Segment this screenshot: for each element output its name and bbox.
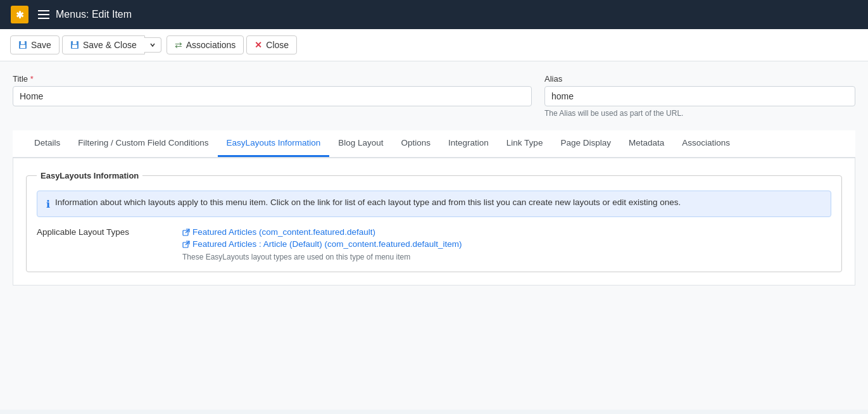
svg-rect-7 [72,45,77,48]
hamburger-icon[interactable] [38,10,49,19]
alias-hint: The Alias will be used as part of the UR… [544,109,855,118]
tab-options[interactable]: Options [393,130,440,157]
toolbar: Save Save & Close ⇄ Associations ✕ Close [0,29,868,61]
close-button[interactable]: ✕ Close [246,35,297,54]
easylayouts-section: EasyLayouts Information ℹ Information ab… [26,171,842,272]
svg-line-11 [186,241,189,245]
layout-link-2[interactable]: Featured Articles : Article (Default) (c… [182,239,462,249]
svg-line-9 [186,229,189,233]
top-bar-title-area: Menus: Edit Item [38,9,132,20]
tab-bloglayout[interactable]: Blog Layout [329,130,392,157]
tab-associations[interactable]: Associations [673,130,739,157]
external-link-icon-1 [182,229,190,236]
save-close-icon [70,41,79,49]
applicable-label: Applicable Layout Types [37,227,176,261]
form-fields-row: Title * Alias The Alias will be used as … [13,74,855,118]
layout-link-1[interactable]: Featured Articles (com_content.featured.… [182,227,462,237]
alias-field-group: Alias The Alias will be used as part of … [544,74,855,118]
layout-links-container: Featured Articles (com_content.featured.… [182,227,462,261]
info-text: Information about which layouts apply to… [55,198,681,207]
chevron-down-icon [149,42,156,48]
svg-rect-6 [73,41,77,44]
tab-metadata[interactable]: Metadata [620,130,673,157]
external-link-icon-2 [182,241,190,248]
close-icon: ✕ [255,40,262,50]
tabs-bar: Details Filtering / Custom Field Conditi… [13,130,855,158]
save-button[interactable]: Save [10,35,60,54]
alias-label: Alias [544,74,855,84]
info-box: ℹ Information about which layouts apply … [37,191,831,217]
save-dropdown-button[interactable] [144,37,161,53]
svg-rect-3 [21,41,25,44]
layout-types-row: Applicable Layout Types Featured Article… [37,227,831,261]
associations-icon: ⇄ [175,40,182,50]
info-icon: ℹ [46,198,50,210]
svg-text:✱: ✱ [16,9,24,20]
save-icon [18,41,27,49]
title-field-group: Title * [13,74,532,118]
tab-filtering[interactable]: Filtering / Custom Field Conditions [69,130,217,157]
easylayouts-section-title: EasyLayouts Information [37,171,142,180]
alias-input[interactable] [544,86,855,106]
tab-pagedisplay[interactable]: Page Display [551,130,620,157]
joomla-logo: ✱ [10,5,29,24]
associations-button[interactable]: ⇄ Associations [167,35,244,54]
tab-linktype[interactable]: Link Type [498,130,552,157]
tab-content-area: EasyLayouts Information ℹ Information ab… [13,158,855,285]
tab-details[interactable]: Details [25,130,69,157]
top-bar: ✱ Menus: Edit Item [0,0,868,29]
required-indicator: * [30,74,34,84]
title-input[interactable] [13,86,532,106]
svg-rect-4 [20,45,25,48]
tab-integration[interactable]: Integration [439,130,498,157]
page-title: Menus: Edit Item [56,9,132,20]
save-close-button[interactable]: Save & Close [62,35,145,54]
layout-hint: These EasyLayouts layout types are used … [182,253,462,261]
title-label: Title * [13,74,532,84]
tab-easylayouts[interactable]: EasyLayouts Information [218,130,330,157]
content-area: Title * Alias The Alias will be used as … [0,61,868,410]
